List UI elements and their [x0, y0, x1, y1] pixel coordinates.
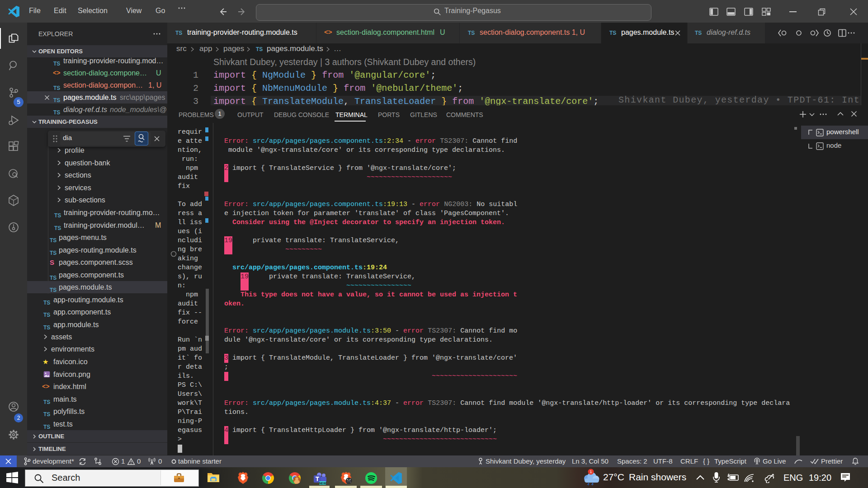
svg-text:1: 1 — [590, 469, 592, 474]
svg-text:NEW: NEW — [319, 482, 326, 485]
